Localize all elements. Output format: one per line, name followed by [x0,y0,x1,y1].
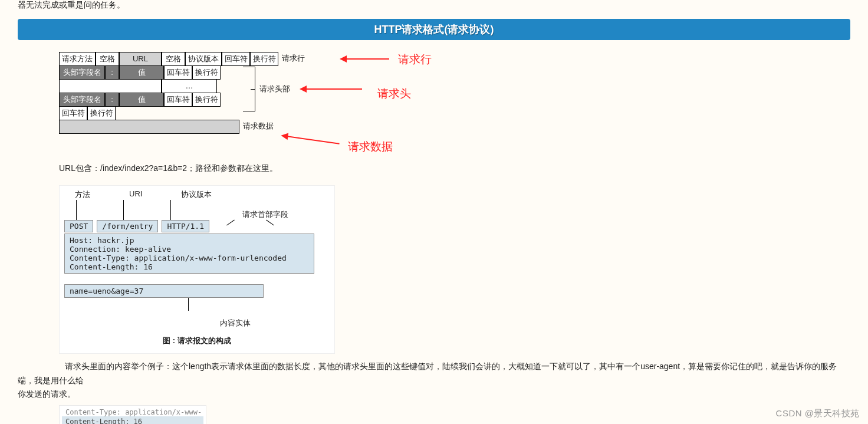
cell-url: URL [119,52,162,66]
header-bracket-label: 请求头部 [259,84,290,94]
cell-lf-3: 换行符 [192,93,221,107]
annot-request-header: 请求头 [377,86,411,101]
cell-method: 请求方法 [59,52,96,66]
annot-request-data: 请求数据 [348,139,393,155]
paragraph-header-example-b: 你发送的请求。 [18,387,850,402]
truncated-line-top: 器无法完成或重是问的任务。 [0,0,868,11]
d2-label-method: 方法 [75,189,90,200]
cell-cr-4: 回车符 [59,106,87,120]
d2-label-headerfields: 请求首部字段 [242,209,288,220]
cell-header-name-1: 头部字段名 [59,65,105,80]
req-line-suffix: 请求行 [278,52,305,65]
watermark: CSDN @景天科技苑 [776,408,860,419]
body-label: 请求数据 [239,120,274,133]
sixteen-bytes-diagram: Content-Type: application/x-www- Content… [59,405,206,424]
cell-value-1: 值 [119,65,164,80]
section-banner: HTTP请求格式(请求协议) [18,19,850,40]
cell-space-1: 空格 [96,52,119,66]
http-request-format-diagram: 请求方法 空格 URL 空格 协议版本 回车符 换行符 请求行 头部字段名 : … [59,52,531,152]
d2-connector-3 [170,200,171,220]
cell-colon-1: : [105,65,119,80]
paragraph-header-example-a: 请求头里面的内容举个例子：这个length表示请求体里面的数据长度，其他的请求头… [18,360,850,388]
d2-connector-2 [123,200,124,220]
cell-lf-2: 换行符 [192,65,221,80]
arrow-header [302,88,362,90]
d2-headers-block: Host: hackr.jp Connection: keep-alive Co… [64,234,314,274]
d2-uri: /form/entry [97,220,158,232]
d2-body-tick [188,298,189,311]
cell-protocol: 协议版本 [185,52,222,66]
d2-body-block: name=ueno&age=37 [64,284,264,298]
d2-label-proto: 协议版本 [181,189,212,200]
arrow-line [342,58,389,60]
cell-dots-left [59,79,162,93]
annot-request-line: 请求行 [398,52,432,67]
d2-connector-1 [76,200,77,220]
cell-space-2: 空格 [162,52,185,66]
cell-cr-3: 回车符 [164,93,192,107]
cell-colon-2: : [105,93,119,107]
d2-label-uri: URI [129,189,142,200]
header-bracket [243,67,255,111]
d2-method: POST [64,220,93,232]
request-message-composition: 方法 URI 协议版本 请求首部字段 POST /form/entry HTTP… [59,185,335,354]
cell-dots: … [162,79,217,93]
d2-body-label: 内容实体 [135,318,336,328]
cell-lf-1: 换行符 [250,52,278,66]
d3-headers: Content-Length: 16 [62,416,203,424]
cell-body [59,120,239,134]
cell-cr-2: 回车符 [164,65,192,80]
d2-caption: 图 : 请求报文的构成 [64,336,330,346]
arrow-data [283,135,339,144]
d2-proto: HTTP/1.1 [162,220,209,232]
cell-cr-1: 回车符 [222,52,250,66]
cell-value-2: 值 [119,93,164,107]
cell-header-name-2: 头部字段名 [59,93,105,107]
d3-cut-line: Content-Type: application/x-www- [62,408,203,416]
cell-lf-4: 换行符 [87,106,116,120]
url-note: URL包含：/index/index2?a=1&b=2；路径和参数都在这里。 [59,162,850,176]
